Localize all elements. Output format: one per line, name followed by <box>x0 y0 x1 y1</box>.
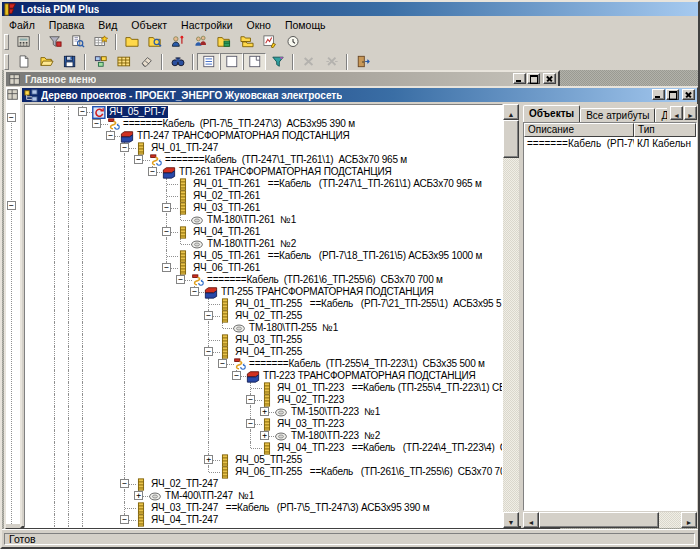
tree-expand-toggle[interactable]: − <box>204 311 213 320</box>
tree-node-label[interactable]: ЯЧ_03_ТП-255 <box>233 334 304 346</box>
tree-row[interactable]: −ЯЧ_04_ТП-247 <box>25 514 503 526</box>
tree-expand-toggle[interactable]: − <box>246 395 255 404</box>
tree-row[interactable]: +ТМ-400\ТП-247 №2 <box>25 526 503 528</box>
tree-expand-toggle[interactable]: + <box>260 407 269 416</box>
tree-row[interactable]: ТМ-180\ТП-261 №1 <box>25 214 503 226</box>
find-button[interactable] <box>166 53 189 71</box>
tree-row[interactable]: ЯЧ_05_ТП-261 ==Кабель (РП-7\18_ТП-261\5)… <box>25 250 503 262</box>
tree-node-label[interactable]: ТП-255 ТРАНСФОРМАТОРНАЯ ПОДСТАНЦИЯ <box>219 286 436 298</box>
tree-node-label[interactable]: ТП-261 ТРАНСФОРМАТОРНАЯ ПОДСТАНЦИЯ <box>177 166 394 178</box>
tree-expand-toggle[interactable]: − <box>120 515 129 524</box>
tree-node-label[interactable]: ЯЧ_02_ТП-247 <box>149 478 220 490</box>
view-form-button[interactable] <box>243 53 266 71</box>
tree-row[interactable]: ЯЧ_03_ТП-255 <box>25 334 503 346</box>
tab-1[interactable]: Все атрибуты <box>580 108 655 122</box>
tree-expand-toggle[interactable]: − <box>162 227 171 236</box>
column-header-type[interactable]: Тип <box>634 123 696 137</box>
tree-node-label[interactable]: ТМ-400\ТП-247 №2 <box>163 526 256 528</box>
objects-horizontal-scrollbar[interactable]: ◄ ► <box>523 512 697 528</box>
main-menu-titlebar[interactable]: Главное меню <box>6 72 558 86</box>
tree-expand-toggle[interactable]: + <box>204 455 213 464</box>
tree-row[interactable]: −ЯЧ_02_ТП-255 <box>25 310 503 322</box>
minimize-button[interactable] <box>513 73 526 84</box>
open-button[interactable] <box>35 53 58 71</box>
tree-node-label[interactable]: ТМ-180\ТП-255 №1 <box>247 322 340 334</box>
tree-node-label[interactable]: ТМ-180\ТП-261 №2 <box>205 238 298 250</box>
tree-expand-toggle[interactable]: − <box>7 201 16 210</box>
tree-node-label[interactable]: ЯЧ_01_ТП-255 ==Кабель (РП-7\21_ТП-255\1)… <box>233 298 503 310</box>
menu-item-5[interactable]: Окно <box>240 19 278 31</box>
tree-row[interactable]: ЯЧ_03_ТП-247 ==Кабель (РП-7\5_ТП-247\3) … <box>25 502 503 514</box>
menu-item-2[interactable]: Вид <box>91 19 124 31</box>
project-tree-titlebar[interactable]: Дерево проектов - ПРОЕКТ_ЭНЕРГО Жуковска… <box>22 88 697 102</box>
close-button[interactable] <box>543 73 556 84</box>
tree-row[interactable]: ТМ-180\ТП-255 №1 <box>25 322 503 334</box>
tree-expand-toggle[interactable]: − <box>218 359 227 368</box>
tree-node-label[interactable]: ТП-223 ТРАНСФОРМАТОРНАЯ ПОДСТАНЦИЯ <box>261 370 478 382</box>
chart-edit-button[interactable] <box>258 33 281 51</box>
user-route-button[interactable] <box>166 33 189 51</box>
search-objects-button[interactable] <box>143 33 166 51</box>
tree-node-label[interactable]: =======Кабель (ТП-247\1_ТП-261\1) АСБ3х7… <box>163 154 409 166</box>
tree-node-label[interactable]: ЯЧ_03_ТП-223 <box>275 418 346 430</box>
tree-row[interactable]: −ЯЧ_02_ТП-223 <box>25 394 503 406</box>
tree-node-label[interactable]: ЯЧ_05_ТП-261 ==Кабель (РП-7\18_ТП-261\5)… <box>191 250 484 262</box>
menu-item-1[interactable]: Правка <box>42 19 91 31</box>
tree-node-label[interactable]: ЯЧ_04_ТП-261 <box>191 226 262 238</box>
grid-new-button[interactable] <box>89 33 112 51</box>
tree-node-label[interactable]: ЯЧ_02_ТП-255 <box>233 310 304 322</box>
tree-node-label[interactable]: ТМ-180\ТП-223 №2 <box>289 430 382 442</box>
objects-button[interactable] <box>89 53 112 71</box>
column-header-description[interactable]: Описание <box>524 123 634 137</box>
tree-row[interactable]: −ЯЧ_02_ТП-247 <box>25 478 503 490</box>
tree-expand-toggle[interactable]: + <box>260 431 269 440</box>
tree-node-label[interactable]: ЯЧ_06_ТП-261 <box>191 262 262 274</box>
tree-row[interactable]: −ЯЧ_01_ТП-247 <box>25 142 503 154</box>
tree-node-label[interactable]: ТМ-180\ТП-261 №1 <box>205 214 298 226</box>
maximize-button[interactable] <box>666 89 679 100</box>
clock-button[interactable] <box>281 33 304 51</box>
tree-node-label[interactable]: ЯЧ_06_ТП-255 ==Кабель (ТП-261\6_ТП-255\6… <box>233 466 503 478</box>
tree-expand-toggle[interactable]: − <box>162 203 171 212</box>
scroll-up-button[interactable]: ▲ <box>503 104 519 120</box>
tree-node-label[interactable]: ТМ-400\ТП-247 №1 <box>163 490 256 502</box>
tree-expand-toggle[interactable]: − <box>120 479 129 488</box>
tree-expand-toggle[interactable]: − <box>134 155 143 164</box>
tree-node-label[interactable]: ТМ-150\ТП-223 №1 <box>289 406 382 418</box>
menu-item-6[interactable]: Помощь <box>278 19 333 31</box>
tree-vertical-scrollbar[interactable]: ▲ ▼ <box>503 104 519 528</box>
menu-item-4[interactable]: Настройки <box>174 19 240 31</box>
new-button[interactable] <box>12 53 35 71</box>
tree-row[interactable]: −ЯЧ_05_РП-7 <box>25 106 503 118</box>
table-button[interactable] <box>12 33 35 51</box>
tree-node-label[interactable]: ЯЧ_04_ТП-223 ==Кабель (ТП-224\4_ТП-223\4… <box>275 442 503 454</box>
tree-row[interactable]: +ТМ-180\ТП-223 №2 <box>25 430 503 442</box>
tree-expand-toggle[interactable]: − <box>148 167 157 176</box>
toolbar-grip[interactable] <box>4 34 9 50</box>
tree-node-label[interactable]: ЯЧ_01_ТП-261 ==Кабель (ТП-247\1_ТП-261\1… <box>191 178 484 190</box>
scroll-down-button[interactable]: ▼ <box>503 512 519 528</box>
filter-button[interactable] <box>266 53 289 71</box>
tree-expand-toggle[interactable]: − <box>162 263 171 272</box>
tree-row[interactable]: −ЯЧ_04_ТП-255 <box>25 346 503 358</box>
filter-report-button[interactable] <box>43 33 66 51</box>
tree-row[interactable]: ЯЧ_01_ТП-261 ==Кабель (ТП-247\1_ТП-261\1… <box>25 178 503 190</box>
tree-expand-toggle[interactable]: − <box>246 419 255 428</box>
tree-expand-toggle[interactable]: − <box>92 119 101 128</box>
scroll-right-button[interactable]: ► <box>681 512 697 528</box>
view-empty-button[interactable] <box>220 53 243 71</box>
tree-row[interactable]: ЯЧ_06_ТП-255 ==Кабель (ТП-261\6_ТП-255\6… <box>25 466 503 478</box>
tree-node-label[interactable]: ЯЧ_04_ТП-247 <box>149 514 220 526</box>
minimize-button[interactable] <box>652 89 665 100</box>
menu-item-0[interactable]: Файл <box>2 19 42 31</box>
tree-node-label[interactable]: ЯЧ_01_ТП-247 <box>149 142 220 154</box>
tree-row[interactable]: ЯЧ_04_ТП-223 ==Кабель (ТП-224\4_ТП-223\4… <box>25 442 503 454</box>
maximize-button[interactable] <box>527 73 540 84</box>
tree-expand-toggle[interactable]: − <box>204 347 213 356</box>
tree-row[interactable]: −ТП-223 ТРАНСФОРМАТОРНАЯ ПОДСТАНЦИЯ <box>25 370 503 382</box>
tree-node-label[interactable]: ЯЧ_02_ТП-223 <box>275 394 346 406</box>
unlink-button[interactable] <box>297 53 320 71</box>
tree-row[interactable]: +ТМ-400\ТП-247 №1 <box>25 490 503 502</box>
view-list-button[interactable] <box>197 53 220 71</box>
tree-expand-toggle[interactable]: − <box>7 113 16 122</box>
